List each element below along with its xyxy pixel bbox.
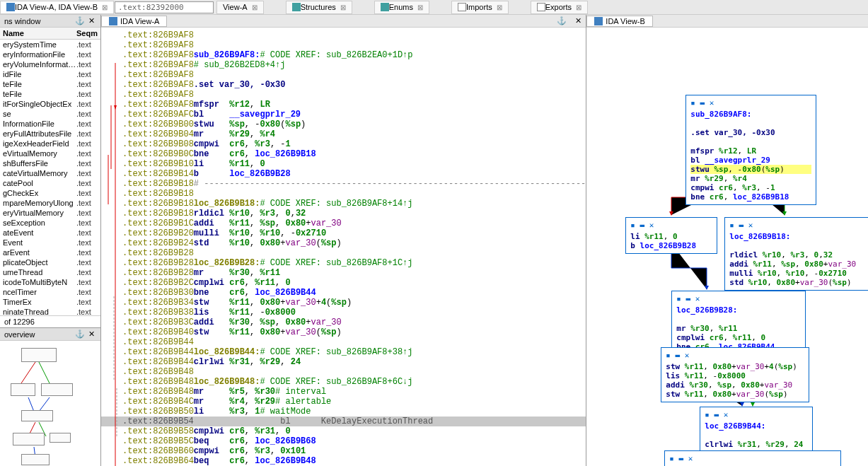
disasm-line[interactable]: .text:826B9B18 rldicl %r10, %r3, 0,32: [101, 209, 586, 219]
disasm-line[interactable]: .text:826B9B1C addi %r11, %sp, 0x80+var_…: [101, 219, 586, 228]
close-icon[interactable]: ⊠: [417, 4, 423, 11]
disasm-line[interactable]: .text:826B9AF8: [101, 30, 586, 40]
tab-imports[interactable]: Imports ⊠: [451, 1, 509, 14]
names-row[interactable]: teFile.text: [0, 89, 100, 99]
graph-node[interactable]: ▪ ▬ ✕li %r11, 0b loc_826B9B28: [625, 217, 717, 254]
names-row[interactable]: itForSingleObjectEx.text: [0, 99, 100, 109]
disasm-line[interactable]: .text:826B9B14 b loc_826B9B28: [101, 169, 586, 179]
disasm-line[interactable]: .text:826B9B54 bl KeDelayExecutionThread: [101, 417, 586, 426]
disassembly-listing[interactable]: .text:826B9AF8 .text:826B9AF8 .text:826B…: [101, 28, 586, 466]
disasm-line[interactable]: .text:826B9B44 clrlwi %r31, %r29, 24: [101, 357, 586, 367]
disasm-line[interactable]: .text:826B9B34 stw %r11, 0x80+var_30+4(%…: [101, 298, 586, 308]
address-input[interactable]: [115, 1, 214, 13]
close-icon[interactable]: ⊠: [252, 4, 257, 11]
disasm-line[interactable]: .text:826B9B20 mulli %r10, %r10, -0x2710: [101, 228, 586, 238]
tab-enums[interactable]: Enums ⊠: [374, 1, 429, 14]
disasm-line[interactable]: .text:826B9B08 cmpwi cr6, %r3, -1: [101, 139, 586, 149]
names-row[interactable]: eryFullAttributesFile.text: [0, 129, 100, 139]
disasm-line[interactable]: .text:826B9AF8: [101, 70, 586, 80]
tab-view-a2[interactable]: View-A ⊠: [216, 1, 264, 14]
col-name[interactable]: Name: [3, 29, 72, 37]
disasm-line[interactable]: .text:826B9AF8 .set var_30, -0x30: [101, 80, 586, 90]
names-row[interactable]: seException.text: [0, 218, 100, 228]
names-row[interactable]: eryVolumeInformationFile.text: [0, 59, 100, 69]
col-segment[interactable]: Seqm: [72, 29, 98, 37]
names-row[interactable]: catePool.text: [0, 178, 100, 188]
disasm-line[interactable]: .text:826B9B0C bne cr6, loc_826B9B18: [101, 149, 586, 159]
names-row[interactable]: ncelTimer.text: [0, 287, 100, 297]
graph-node-entry[interactable]: ▪ ▬ ✕sub_826B9AF8: .set var_30, -0x30 mf…: [685, 95, 816, 205]
disasm-line[interactable]: .text:826B9B30 bne cr6, loc_826B9B44: [101, 288, 586, 298]
close-icon[interactable]: ✕: [86, 330, 96, 339]
disasm-line[interactable]: .text:826B9B4C mr %r4, %r29 # alertable: [101, 397, 586, 407]
disasm-line[interactable]: .text:826B9B44: [101, 337, 586, 347]
names-row[interactable]: eryInformationFile.text: [0, 49, 100, 59]
disasm-line[interactable]: .text:826B9B18 # -----------------------…: [101, 179, 586, 189]
close-icon[interactable]: ⊠: [340, 4, 346, 11]
disasm-line[interactable]: .text:826B9B18: [101, 189, 586, 199]
disasm-line[interactable]: .text:826B9B48: [101, 367, 586, 377]
tab-exports[interactable]: Exports ⊠: [531, 1, 588, 14]
disasm-line[interactable]: .text:826B9B04 mr %r29, %r4: [101, 129, 586, 139]
names-row[interactable]: shBuffersFile.text: [0, 158, 100, 168]
names-row[interactable]: gCheckEx.text: [0, 188, 100, 198]
disasm-line[interactable]: .text:826B9B28 loc_826B9B28: # CODE XREF…: [101, 258, 586, 268]
tab-structures[interactable]: Structures ⊠: [286, 1, 352, 14]
disasm-line[interactable]: .text:826B9B28: [101, 248, 586, 258]
disasm-line[interactable]: .text:826B9B28 mr %r30, %r11: [101, 268, 586, 278]
names-row[interactable]: Event.text: [0, 238, 100, 247]
names-row[interactable]: eryVirtualMemory.text: [0, 208, 100, 218]
names-row[interactable]: icodeToMultiByteN.text: [0, 277, 100, 287]
close-icon[interactable]: ⊠: [102, 4, 108, 11]
tab-combined-views[interactable]: IDA View-A, IDA View-B ⊠: [0, 1, 114, 14]
names-row[interactable]: cateVirtualMemory.text: [0, 168, 100, 178]
disasm-line[interactable]: .text:826B9B48 loc_826B9B48: # CODE XREF…: [101, 377, 586, 387]
tab-ida-view-b[interactable]: IDA View-B: [586, 16, 652, 27]
graph-view[interactable]: ▪ ▬ ✕sub_826B9AF8: .set var_30, -0x30 mf…: [586, 28, 868, 466]
names-row[interactable]: InformationFile.text: [0, 119, 100, 129]
panel-pin-icon[interactable]: ⚓: [552, 16, 571, 25]
graph-node[interactable]: ▪ ▬ ✕loc_826B9B28: mr %r30, %r11cmplwi c…: [671, 291, 806, 355]
disasm-line[interactable]: .text:826B9AFC bl __savegprlr_29: [101, 110, 586, 120]
names-row[interactable]: se.text: [0, 109, 100, 119]
overview-graph[interactable]: [0, 341, 100, 466]
disasm-line[interactable]: .text:826B9AF8 sub_826B9AF8: # CODE XREF…: [101, 50, 586, 60]
disasm-line[interactable]: .text:826B9B38 lis %r11, -0x8000: [101, 308, 586, 318]
disasm-line[interactable]: .text:826B9B60 cmpwi cr6, %r3, 0x101: [101, 446, 586, 456]
pin-icon[interactable]: ⚓: [75, 330, 85, 339]
disasm-line[interactable]: .text:826B9B00 stwu %sp, -0x80(%sp): [101, 120, 586, 129]
names-row[interactable]: eVirtualMemory.text: [0, 148, 100, 158]
close-icon[interactable]: ⊠: [576, 4, 581, 11]
graph-node[interactable]: ▪ ▬ ✕loc_826B9B18: rldicl %r10, %r3, 0,3…: [724, 217, 868, 291]
disasm-line[interactable]: .text:826B9AF8: [101, 40, 586, 50]
disasm-line[interactable]: .text:826B9B44 loc_826B9B44: # CODE XREF…: [101, 347, 586, 357]
panel-close-icon[interactable]: ✕: [571, 16, 586, 25]
names-row[interactable]: umeThread.text: [0, 267, 100, 277]
names-row[interactable]: ninateThread.text: [0, 307, 100, 315]
disasm-line[interactable]: .text:826B9B18 loc_826B9B18: # CODE XREF…: [101, 199, 586, 209]
names-row[interactable]: idFile.text: [0, 69, 100, 79]
pin-icon[interactable]: ⚓: [75, 16, 85, 26]
disasm-line[interactable]: .text:826B9B50 li %r3, 1 # waitMode: [101, 407, 586, 417]
names-row[interactable]: TimerEx.text: [0, 297, 100, 307]
disasm-line[interactable]: .text:826B9AF8 mfspr %r12, LR: [101, 100, 586, 110]
disasm-line[interactable]: .text:826B9AF8: [101, 90, 586, 100]
names-row[interactable]: plicateObject.text: [0, 257, 100, 267]
disasm-line[interactable]: .text:826B9AF8 # sub_826B2ED8+4↑j: [101, 60, 586, 70]
graph-node[interactable]: ▪ ▬ ✕loc_826B9B48: mr %r5, %r30mr %r4, %…: [664, 450, 841, 466]
disasm-line[interactable]: .text:826B9B40 stw %r11, 0x80+var_30(%sp…: [101, 327, 586, 337]
close-icon[interactable]: ⊠: [497, 4, 502, 11]
disasm-line[interactable]: .text:826B9B5C beq cr6, loc_826B9B68: [101, 436, 586, 446]
names-row[interactable]: arEvent.text: [0, 247, 100, 257]
disasm-line[interactable]: .text:826B9B3C addi %r30, %sp, 0x80+var_…: [101, 318, 586, 327]
close-icon[interactable]: ✕: [86, 16, 96, 26]
names-list[interactable]: erySystemTime.texteryInformationFile.tex…: [0, 40, 100, 315]
names-row[interactable]: ateEvent.text: [0, 228, 100, 238]
disasm-line[interactable]: .text:826B9B24 std %r10, 0x80+var_30(%sp…: [101, 238, 586, 248]
disasm-line[interactable]: .text:826B9B58 cmplwi cr6, %r31, 0: [101, 426, 586, 436]
tab-ida-view-a[interactable]: IDA View-A: [101, 16, 167, 27]
names-row[interactable]: igeXexHeaderField.text: [0, 139, 100, 148]
disasm-line[interactable]: .text:826B9B64 beq cr6, loc_826B9B48: [101, 456, 586, 466]
disasm-line[interactable]: .text:826B9B2C cmplwi cr6, %r11, 0: [101, 278, 586, 288]
disasm-line[interactable]: .text:826B9B48 mr %r5, %r30 # interval: [101, 387, 586, 397]
